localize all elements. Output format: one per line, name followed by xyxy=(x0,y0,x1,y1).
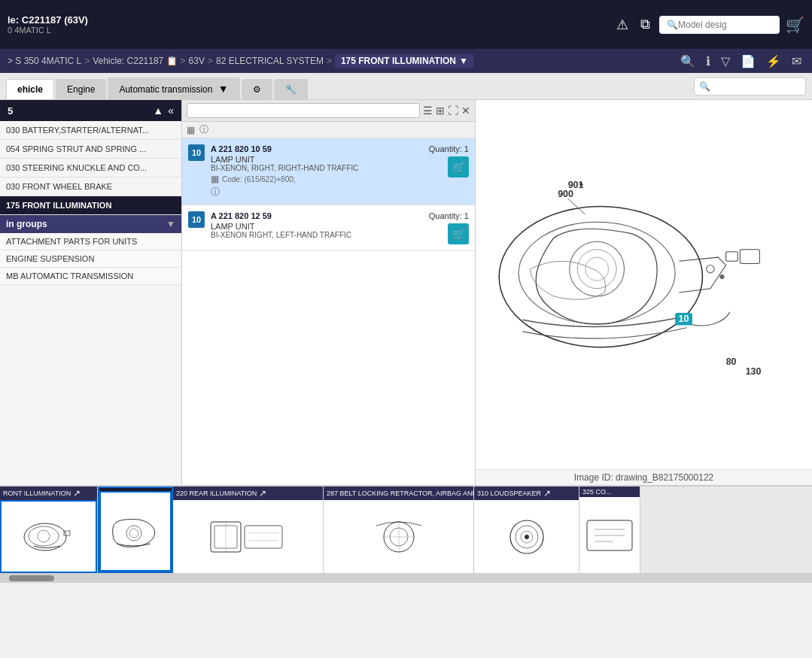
sidebar-group-transmission[interactable]: MB AUTOMATIC TRANSMISSION xyxy=(0,268,181,285)
part-info-1: A 221 820 10 59 LAMP UNIT BI-XENON, RIGH… xyxy=(211,144,423,199)
svg-rect-8 xyxy=(740,250,759,264)
part-qty-1: Quantity: 1 🛒 xyxy=(429,144,469,177)
thumbnail-front-illumination-1[interactable]: RONT ILLUMINATION ↗ xyxy=(0,487,98,573)
link-icon-2: ↗ xyxy=(259,488,266,499)
sidebar-group-attachment[interactable]: ATTACHMENT PARTS FOR UNITS xyxy=(0,233,181,250)
vehicle-name: 0 4MATIC L xyxy=(8,26,613,35)
model-search-input[interactable] xyxy=(678,20,768,30)
groups-label: in groups xyxy=(6,219,47,229)
diagram-panel: 900 901 10 80 130 Image ID: drawing_B821… xyxy=(476,100,812,485)
center-panel: ☰ ⊞ ⛶ ✕ ▦ ⓘ 10 A 221 820 10 59 LAMP UNIT… xyxy=(182,100,476,485)
tab-vehicle[interactable]: ehicle xyxy=(6,79,54,99)
sidebar-item-brake[interactable]: 030 FRONT WHEEL BRAKE xyxy=(0,177,181,196)
part-info-circle-icon: ⓘ xyxy=(211,186,220,199)
thumbnail-rear-illumination[interactable]: 220 REAR ILLUMINATION ↗ xyxy=(173,487,324,573)
sidebar-item-steering[interactable]: 030 STEERING KNUCKLE AND CO... xyxy=(0,159,181,177)
thumbnail-belt-locking[interactable]: 287 BELT LOCKING RETRACTOR, AIRBAG AND S… xyxy=(324,487,474,573)
prev-icon[interactable]: « xyxy=(168,105,174,117)
main-layout: 5 ▲ « 030 BATTERY,STARTER/ALTERNAT... 05… xyxy=(0,100,812,485)
top-bar-right: ⚠ ⧉ 🔍 🛒 xyxy=(613,14,804,36)
sidebar-item-battery[interactable]: 030 BATTERY,STARTER/ALTERNAT... xyxy=(0,121,181,140)
part-number-2: A 221 820 12 59 xyxy=(211,211,423,220)
thumb-img-3 xyxy=(324,500,473,573)
svg-point-21 xyxy=(126,526,141,541)
expand-icon[interactable]: ⛶ xyxy=(448,105,458,117)
svg-point-4 xyxy=(585,257,609,280)
center-toolbar: ☰ ⊞ ⛶ ✕ xyxy=(182,100,475,122)
sidebar-scroll-icon: ▼ xyxy=(166,219,175,229)
filter-button[interactable]: ▽ xyxy=(718,51,733,71)
dropdown-icon: ▼ xyxy=(459,56,468,66)
tab-search-icon: 🔍 xyxy=(699,81,710,92)
svg-point-19 xyxy=(38,530,50,542)
cart-button[interactable]: 🛒 xyxy=(786,16,804,34)
list-view-icon[interactable]: ☰ xyxy=(423,105,433,117)
scroll-thumb[interactable] xyxy=(9,575,54,581)
sidebar-title: 5 xyxy=(8,105,13,117)
image-id-bar: Image ID: drawing_B82175000122 xyxy=(476,469,812,485)
thumbnail-front-illumination-2[interactable] xyxy=(98,487,173,573)
breadcrumb-illumination[interactable]: 175 FRONT ILLUMINATION ▼ xyxy=(335,54,474,68)
grid-view-icon[interactable]: ⊞ xyxy=(436,105,445,117)
sidebar-item-illumination[interactable]: 175 FRONT ILLUMINATION xyxy=(0,196,181,215)
sidebar-groups-header: in groups ▼ xyxy=(0,215,181,233)
zoom-in-button[interactable]: 🔍 xyxy=(677,51,698,71)
svg-rect-26 xyxy=(245,526,282,548)
export-button[interactable]: 📄 xyxy=(737,51,759,71)
tab-settings[interactable]: ⚙ xyxy=(242,79,272,99)
tab-search-input[interactable] xyxy=(710,81,801,92)
breadcrumb-vehicle[interactable]: Vehicle: C221187 📋 xyxy=(93,56,177,66)
sidebar-header: 5 ▲ « xyxy=(0,100,181,121)
qty-label-2: Quantity: 1 xyxy=(429,211,469,220)
thumbnail-325[interactable]: 325 CO... xyxy=(579,487,640,573)
breadcrumb-actions: 🔍 ℹ ▽ 📄 ⚡ ✉ xyxy=(677,51,804,71)
part-name-2: LAMP UNIT xyxy=(211,222,423,231)
vehicle-id: le: C221187 (63V) xyxy=(8,14,613,26)
link-icon-4: ↗ xyxy=(543,488,551,499)
parts-search-input[interactable] xyxy=(187,103,420,118)
part-code-1: ▦ Code: (615/622)+800; xyxy=(211,174,423,184)
breadcrumb-s350[interactable]: > S 350 4MATIC L xyxy=(8,56,81,66)
tab-automatic-transmission[interactable]: Automatic transmission ▼ xyxy=(108,77,239,99)
link-icon-1: ↗ xyxy=(73,488,81,499)
breadcrumb-63v[interactable]: 63V xyxy=(189,56,205,66)
add-to-cart-2[interactable]: 🛒 xyxy=(448,223,469,244)
sidebar-group-engine[interactable]: ENGINE SUSPENSION xyxy=(0,250,181,268)
svg-text:80: 80 xyxy=(726,356,737,367)
svg-text:130: 130 xyxy=(746,366,762,377)
info-button[interactable]: ℹ xyxy=(703,51,713,71)
part-name-1: LAMP UNIT xyxy=(211,155,423,164)
thumb-label-1: RONT ILLUMINATION ↗ xyxy=(0,487,97,500)
tab-tools[interactable]: 🔧 xyxy=(274,79,308,99)
search-icon: 🔍 xyxy=(667,20,678,30)
sidebar-item-spring[interactable]: 054 SPRING STRUT AND SPRING ... xyxy=(0,140,181,159)
grid-icon: ▦ xyxy=(187,125,195,135)
svg-point-22 xyxy=(129,529,138,538)
thumb-label-5: 325 CO... xyxy=(579,487,640,497)
svg-point-3 xyxy=(577,250,616,289)
tab-search-box: 🔍 xyxy=(694,77,806,96)
tab-engine[interactable]: Engine xyxy=(56,79,106,99)
thumbnail-loudspeaker[interactable]: 310 LOUDSPEAKER ↗ xyxy=(474,487,579,573)
sidebar: 5 ▲ « 030 BATTERY,STARTER/ALTERNAT... 05… xyxy=(0,100,182,485)
svg-point-1 xyxy=(519,222,675,323)
part-row-2[interactable]: 10 A 221 820 12 59 LAMP UNIT BI-XENON RI… xyxy=(182,205,475,251)
toolbar-row2: ▦ ⓘ xyxy=(182,122,475,138)
warning-button[interactable]: ⚠ xyxy=(613,14,631,36)
close-icon[interactable]: ✕ xyxy=(461,105,470,117)
sidebar-header-icons: ▲ « xyxy=(153,105,174,117)
image-id-text: Image ID: drawing_B82175000122 xyxy=(574,472,713,483)
thumb-img-1 xyxy=(0,500,97,573)
add-to-cart-1[interactable]: 🛒 xyxy=(448,156,469,177)
svg-point-18 xyxy=(29,526,59,546)
mail-button[interactable]: ✉ xyxy=(789,51,804,71)
breadcrumb-electrical[interactable]: 82 ELECTRICAL SYSTEM xyxy=(216,56,324,66)
scroll-bar[interactable] xyxy=(0,574,812,583)
collapse-icon[interactable]: ▲ xyxy=(153,105,163,117)
thumb-img-5 xyxy=(579,497,640,573)
thumb-img-4 xyxy=(474,500,579,573)
diagram-area: 900 901 10 80 130 xyxy=(476,100,812,469)
part-row-1[interactable]: 10 A 221 820 10 59 LAMP UNIT BI-XENON, R… xyxy=(182,138,475,205)
copy-button[interactable]: ⧉ xyxy=(637,14,653,35)
wis-button[interactable]: ⚡ xyxy=(763,51,784,71)
